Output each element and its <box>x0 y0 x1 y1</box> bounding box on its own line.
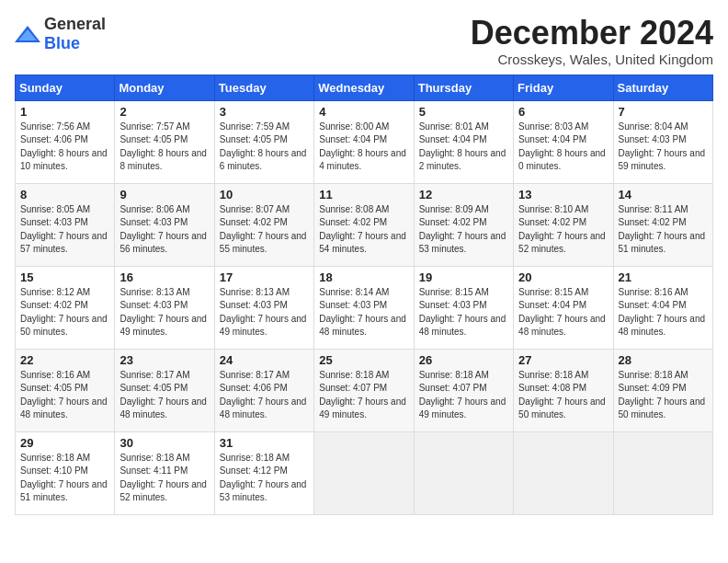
day-info: Sunrise: 8:08 AM Sunset: 4:02 PM Dayligh… <box>319 203 408 257</box>
day-number: 17 <box>220 270 309 284</box>
col-monday: Monday <box>115 75 214 100</box>
day-number: 29 <box>20 436 109 450</box>
col-thursday: Thursday <box>414 75 513 100</box>
week-row-2: 8 Sunrise: 8:05 AM Sunset: 4:03 PM Dayli… <box>16 183 713 266</box>
calendar-cell: 5 Sunrise: 8:01 AM Sunset: 4:04 PM Dayli… <box>414 100 513 183</box>
day-info: Sunrise: 8:09 AM Sunset: 4:02 PM Dayligh… <box>419 203 508 257</box>
calendar-cell: 15 Sunrise: 8:12 AM Sunset: 4:02 PM Dayl… <box>16 266 115 349</box>
calendar-cell: 28 Sunrise: 8:18 AM Sunset: 4:09 PM Dayl… <box>613 349 712 431</box>
calendar-cell: 12 Sunrise: 8:09 AM Sunset: 4:02 PM Dayl… <box>414 183 513 266</box>
calendar-cell: 26 Sunrise: 8:18 AM Sunset: 4:07 PM Dayl… <box>414 349 513 431</box>
week-row-3: 15 Sunrise: 8:12 AM Sunset: 4:02 PM Dayl… <box>16 266 713 349</box>
calendar-cell: 17 Sunrise: 8:13 AM Sunset: 4:03 PM Dayl… <box>214 266 313 349</box>
day-number: 24 <box>220 353 309 367</box>
day-info: Sunrise: 8:16 AM Sunset: 4:04 PM Dayligh… <box>619 286 708 339</box>
location: Crosskeys, Wales, United Kingdom <box>471 52 713 67</box>
calendar-cell: 27 Sunrise: 8:18 AM Sunset: 4:08 PM Dayl… <box>514 349 613 431</box>
day-info: Sunrise: 8:00 AM Sunset: 4:04 PM Dayligh… <box>319 121 408 174</box>
day-info: Sunrise: 7:56 AM Sunset: 4:06 PM Dayligh… <box>20 121 109 174</box>
day-number: 6 <box>518 105 608 119</box>
calendar-cell: 1 Sunrise: 7:56 AM Sunset: 4:06 PM Dayli… <box>16 100 115 183</box>
day-number: 25 <box>319 353 408 367</box>
calendar-cell: 30 Sunrise: 8:18 AM Sunset: 4:11 PM Dayl… <box>115 431 214 514</box>
calendar-cell <box>414 431 513 514</box>
calendar-cell: 13 Sunrise: 8:10 AM Sunset: 4:02 PM Dayl… <box>514 183 613 266</box>
day-info: Sunrise: 8:18 AM Sunset: 4:08 PM Dayligh… <box>518 369 608 422</box>
calendar-cell: 24 Sunrise: 8:17 AM Sunset: 4:06 PM Dayl… <box>214 349 313 431</box>
calendar: Sunday Monday Tuesday Wednesday Thursday… <box>15 75 713 515</box>
calendar-cell: 8 Sunrise: 8:05 AM Sunset: 4:03 PM Dayli… <box>16 183 115 266</box>
day-number: 18 <box>319 270 408 284</box>
col-friday: Friday <box>514 75 613 100</box>
day-number: 11 <box>319 188 408 201</box>
title-area: December 2024 Crosskeys, Wales, United K… <box>471 15 713 67</box>
calendar-cell: 14 Sunrise: 8:11 AM Sunset: 4:02 PM Dayl… <box>613 183 712 266</box>
day-info: Sunrise: 8:18 AM Sunset: 4:12 PM Dayligh… <box>220 452 309 505</box>
day-number: 10 <box>220 188 309 201</box>
calendar-cell: 9 Sunrise: 8:06 AM Sunset: 4:03 PM Dayli… <box>115 183 214 266</box>
calendar-cell: 31 Sunrise: 8:18 AM Sunset: 4:12 PM Dayl… <box>214 431 313 514</box>
day-info: Sunrise: 8:17 AM Sunset: 4:06 PM Dayligh… <box>220 369 309 422</box>
col-saturday: Saturday <box>613 75 712 100</box>
day-info: Sunrise: 8:01 AM Sunset: 4:04 PM Dayligh… <box>419 121 508 174</box>
day-number: 12 <box>419 188 508 201</box>
week-row-4: 22 Sunrise: 8:16 AM Sunset: 4:05 PM Dayl… <box>16 349 713 431</box>
day-info: Sunrise: 8:18 AM Sunset: 4:09 PM Dayligh… <box>619 369 708 422</box>
week-row-1: 1 Sunrise: 7:56 AM Sunset: 4:06 PM Dayli… <box>16 100 713 183</box>
day-info: Sunrise: 8:14 AM Sunset: 4:03 PM Dayligh… <box>319 286 408 339</box>
calendar-cell <box>514 431 613 514</box>
day-number: 7 <box>619 105 708 119</box>
calendar-cell: 11 Sunrise: 8:08 AM Sunset: 4:02 PM Dayl… <box>314 183 414 266</box>
day-number: 16 <box>119 270 209 284</box>
day-info: Sunrise: 8:13 AM Sunset: 4:03 PM Dayligh… <box>220 286 309 339</box>
day-number: 31 <box>220 436 309 450</box>
day-number: 21 <box>619 270 708 284</box>
day-number: 1 <box>20 105 109 119</box>
day-info: Sunrise: 8:13 AM Sunset: 4:03 PM Dayligh… <box>119 286 209 339</box>
day-number: 28 <box>619 353 708 367</box>
header: General Blue December 2024 Crosskeys, Wa… <box>15 15 713 67</box>
day-number: 5 <box>419 105 508 119</box>
calendar-cell: 18 Sunrise: 8:14 AM Sunset: 4:03 PM Dayl… <box>314 266 414 349</box>
calendar-cell: 6 Sunrise: 8:03 AM Sunset: 4:04 PM Dayli… <box>514 100 613 183</box>
day-number: 8 <box>20 188 109 201</box>
day-info: Sunrise: 8:04 AM Sunset: 4:03 PM Dayligh… <box>619 121 708 174</box>
day-info: Sunrise: 7:57 AM Sunset: 4:05 PM Dayligh… <box>119 121 209 174</box>
logo-general: General <box>44 15 106 33</box>
day-number: 20 <box>518 270 608 284</box>
day-info: Sunrise: 8:15 AM Sunset: 4:03 PM Dayligh… <box>419 286 508 339</box>
calendar-cell <box>613 431 712 514</box>
day-number: 3 <box>220 105 309 119</box>
calendar-cell <box>314 431 414 514</box>
calendar-cell: 2 Sunrise: 7:57 AM Sunset: 4:05 PM Dayli… <box>115 100 214 183</box>
day-number: 9 <box>119 188 209 201</box>
day-number: 26 <box>419 353 508 367</box>
day-info: Sunrise: 8:18 AM Sunset: 4:10 PM Dayligh… <box>20 452 109 505</box>
day-info: Sunrise: 8:07 AM Sunset: 4:02 PM Dayligh… <box>220 203 309 257</box>
calendar-header-row: Sunday Monday Tuesday Wednesday Thursday… <box>16 75 713 100</box>
week-row-5: 29 Sunrise: 8:18 AM Sunset: 4:10 PM Dayl… <box>16 431 713 514</box>
calendar-cell: 22 Sunrise: 8:16 AM Sunset: 4:05 PM Dayl… <box>16 349 115 431</box>
day-info: Sunrise: 8:18 AM Sunset: 4:11 PM Dayligh… <box>119 452 209 505</box>
calendar-cell: 25 Sunrise: 8:18 AM Sunset: 4:07 PM Dayl… <box>314 349 414 431</box>
col-sunday: Sunday <box>16 75 115 100</box>
calendar-cell: 16 Sunrise: 8:13 AM Sunset: 4:03 PM Dayl… <box>115 266 214 349</box>
day-number: 4 <box>319 105 408 119</box>
calendar-cell: 29 Sunrise: 8:18 AM Sunset: 4:10 PM Dayl… <box>16 431 115 514</box>
calendar-cell: 23 Sunrise: 8:17 AM Sunset: 4:05 PM Dayl… <box>115 349 214 431</box>
day-number: 13 <box>518 188 608 201</box>
day-number: 27 <box>518 353 608 367</box>
day-number: 2 <box>119 105 209 119</box>
day-info: Sunrise: 8:12 AM Sunset: 4:02 PM Dayligh… <box>20 286 109 339</box>
day-info: Sunrise: 8:03 AM Sunset: 4:04 PM Dayligh… <box>518 121 608 174</box>
logo-blue: Blue <box>44 34 80 52</box>
calendar-cell: 10 Sunrise: 8:07 AM Sunset: 4:02 PM Dayl… <box>214 183 313 266</box>
day-info: Sunrise: 8:15 AM Sunset: 4:04 PM Dayligh… <box>518 286 608 339</box>
day-number: 19 <box>419 270 508 284</box>
day-info: Sunrise: 8:17 AM Sunset: 4:05 PM Dayligh… <box>119 369 209 422</box>
day-number: 14 <box>619 188 708 201</box>
day-number: 30 <box>119 436 209 450</box>
calendar-cell: 3 Sunrise: 7:59 AM Sunset: 4:05 PM Dayli… <box>214 100 313 183</box>
day-number: 23 <box>119 353 209 367</box>
day-info: Sunrise: 8:11 AM Sunset: 4:02 PM Dayligh… <box>619 203 708 257</box>
